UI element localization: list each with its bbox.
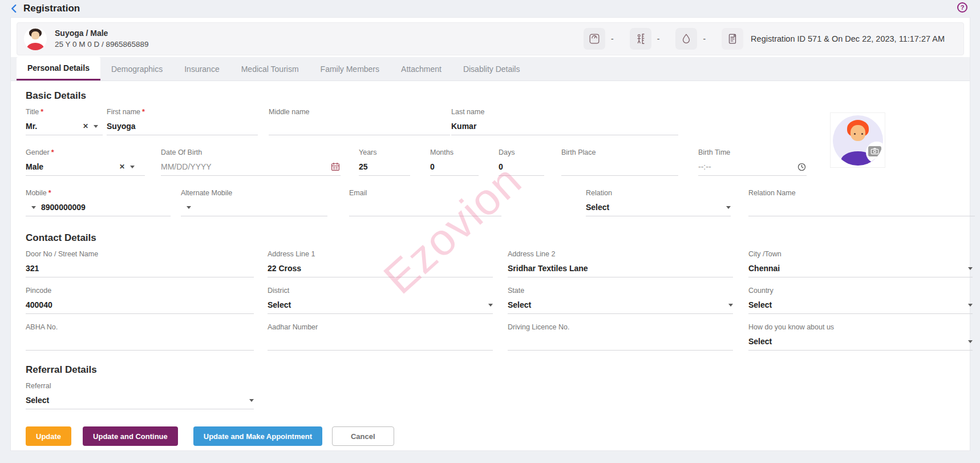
contact-details-heading: Contact Details — [26, 232, 970, 244]
field-label: Gender — [26, 148, 50, 156]
relation-name-field[interactable]: Relation Name — [748, 189, 975, 216]
chevron-down-icon[interactable] — [968, 340, 973, 343]
referral-details-heading: Referral Details — [26, 364, 970, 376]
field-label: Country — [748, 287, 774, 295]
chevron-down-icon[interactable] — [968, 267, 973, 270]
clear-icon[interactable]: ✕ — [119, 163, 125, 170]
height-value: - — [657, 34, 660, 43]
registration-id-text: Registration ID 571 & On Dec 22, 2023, 1… — [751, 34, 945, 43]
cancel-button[interactable]: Cancel — [332, 426, 394, 446]
first-name-field[interactable]: First name* Suyoga — [107, 108, 258, 135]
camera-icon[interactable] — [868, 146, 881, 156]
last-name-field[interactable]: Last name Kumar — [451, 108, 678, 135]
chevron-down-icon[interactable] — [488, 304, 493, 307]
chevron-down-icon[interactable] — [94, 125, 98, 128]
gender-field[interactable]: Gender* Male ✕ — [26, 148, 145, 176]
chevron-down-icon[interactable] — [728, 304, 733, 307]
field-label: Address Line 1 — [268, 250, 315, 258]
weight-tile[interactable] — [584, 28, 605, 50]
field-label: Birth Place — [561, 148, 596, 156]
chevron-down-icon[interactable] — [249, 399, 254, 402]
field-label: Alternate Mobile — [181, 189, 232, 197]
blood-group-tile[interactable] — [675, 28, 697, 50]
relation-select[interactable]: Relation Select — [586, 189, 731, 216]
chevron-down-icon[interactable] — [130, 166, 135, 168]
city-town-select[interactable]: City /Town Chennai — [748, 250, 973, 277]
years-field[interactable]: Years 25 — [359, 148, 410, 176]
basic-details-heading: Basic Details — [26, 90, 970, 102]
alternate-mobile-field[interactable]: Alternate Mobile — [181, 189, 327, 216]
referral-source-select[interactable]: How do you know about us Select — [748, 323, 973, 351]
mobile-field[interactable]: Mobile* 8900000009 — [26, 189, 171, 216]
driving-licence-field[interactable]: Driving Licence No. — [508, 323, 733, 351]
middle-name-field[interactable]: Middle name — [269, 108, 450, 135]
clear-icon[interactable]: ✕ — [83, 123, 88, 130]
update-button[interactable]: Update — [26, 426, 71, 446]
field-label: Relation Name — [748, 189, 796, 197]
country-code-chevron-icon[interactable] — [31, 206, 36, 209]
field-label: District — [268, 287, 289, 295]
required-asterisk: * — [142, 108, 145, 116]
door-no-field[interactable]: Door No / Street Name 321 — [26, 250, 254, 277]
field-value: 0 — [499, 162, 503, 171]
field-label: Date Of Birth — [161, 148, 202, 156]
update-and-make-appointment-button[interactable]: Update and Make Appointment — [193, 426, 322, 446]
district-select[interactable]: District Select — [268, 287, 493, 314]
chevron-down-icon[interactable] — [726, 206, 731, 209]
pincode-field[interactable]: Pincode 400040 — [26, 287, 254, 314]
tab-medical-tourism[interactable]: Medical Tourism — [230, 57, 310, 80]
country-code-chevron-icon[interactable] — [187, 206, 191, 209]
state-select[interactable]: State Select — [508, 287, 733, 314]
tab-family-members[interactable]: Family Members — [310, 57, 390, 80]
days-field[interactable]: Days 0 — [499, 148, 544, 176]
tab-disablity-details[interactable]: Disablity Details — [452, 57, 531, 80]
address-line1-field[interactable]: Address Line 1 22 Cross — [268, 250, 493, 277]
birth-time-field[interactable]: Birth Time --:-- — [698, 148, 807, 176]
selected-value: Select — [748, 300, 772, 309]
field-value: Sridhar Textiles Lane — [508, 264, 588, 273]
date-of-birth-field[interactable]: Date Of Birth MM/DD/YYYY — [161, 148, 341, 176]
field-label: State — [508, 287, 524, 295]
abha-no-field[interactable]: ABHA No. — [26, 323, 254, 351]
patient-avatar — [24, 27, 47, 50]
patient-photo[interactable] — [831, 113, 885, 167]
registration-card: Suyoga / Male 25 Y 0 M 0 D / 8965865889 … — [10, 17, 970, 451]
field-value: Kumar — [451, 122, 476, 131]
blood-drop-icon — [680, 33, 693, 45]
field-value: Suyoga — [107, 122, 136, 131]
tab-personal-details[interactable]: Personal Details — [17, 57, 100, 80]
field-label: Birth Time — [698, 148, 730, 156]
back-button[interactable] — [9, 3, 19, 14]
update-and-continue-button[interactable]: Update and Continue — [83, 426, 178, 446]
clock-icon[interactable] — [797, 162, 807, 172]
email-field[interactable]: Email — [349, 189, 501, 216]
tab-attachment[interactable]: Attachment — [390, 57, 452, 80]
action-button-row: Update Update and Continue Update and Ma… — [26, 426, 970, 446]
field-label: Years — [359, 148, 377, 156]
field-label: Door No / Street Name — [26, 250, 98, 258]
field-placeholder: --:-- — [698, 162, 711, 171]
tab-demographics[interactable]: Demographics — [100, 57, 173, 80]
field-label: Driving Licence No. — [508, 323, 569, 331]
aadhar-number-field[interactable]: Aadhar Number — [268, 323, 493, 351]
tab-insurance[interactable]: Insurance — [173, 57, 230, 80]
address-line2-field[interactable]: Address Line 2 Sridhar Textiles Lane — [508, 250, 733, 277]
birth-place-field[interactable]: Birth Place — [561, 148, 678, 176]
selected-value: Select — [748, 337, 772, 346]
months-field[interactable]: Months 0 — [430, 148, 479, 176]
field-label: Address Line 2 — [508, 250, 555, 258]
patient-name: Suyoga / Male — [55, 28, 149, 39]
chevron-down-icon[interactable] — [968, 304, 973, 307]
weight-value: - — [611, 34, 614, 43]
height-tile[interactable] — [630, 28, 651, 50]
referral-select[interactable]: Referral Select — [26, 382, 254, 409]
calendar-icon[interactable] — [330, 162, 341, 172]
field-label: Last name — [451, 108, 484, 116]
help-icon[interactable]: ? — [957, 2, 967, 13]
page-title: Registration — [23, 3, 80, 14]
selected-value: Select — [26, 396, 49, 405]
registration-document-icon — [726, 33, 739, 45]
country-select[interactable]: Country Select — [748, 287, 973, 314]
field-label: ABHA No. — [26, 323, 58, 331]
title-field[interactable]: Title* Mr. ✕ — [26, 108, 103, 135]
